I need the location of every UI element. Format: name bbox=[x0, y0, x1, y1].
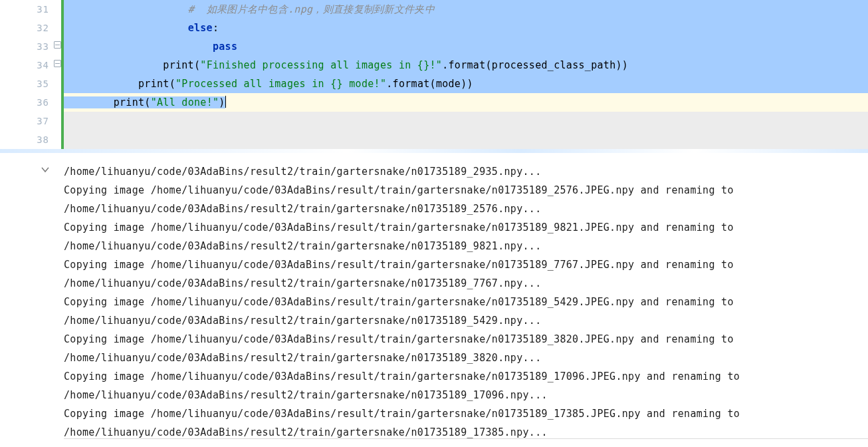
paren-close: ) bbox=[219, 96, 225, 108]
console-gutter bbox=[0, 153, 64, 439]
console-line: /home/lihuanyu/code/03AdaBins/result2/tr… bbox=[64, 200, 868, 218]
colon: : bbox=[213, 22, 219, 34]
paren-open: ( bbox=[169, 78, 175, 90]
horizontal-separator bbox=[0, 149, 868, 153]
console-line: Copying image /home/lihuanyu/code/03AdaB… bbox=[64, 330, 868, 349]
call-print: print bbox=[138, 78, 169, 90]
ide-window: 31 32 33 34 35 36 37 38 # 如果图片名中包含.npg，则… bbox=[0, 0, 868, 447]
string-literal: "Processed all images in {} mode!" bbox=[175, 78, 386, 90]
indent bbox=[64, 59, 163, 71]
console-line: /home/lihuanyu/code/03AdaBins/result2/tr… bbox=[64, 274, 868, 293]
call-print: print bbox=[114, 96, 145, 108]
fold-column bbox=[53, 0, 61, 149]
indent bbox=[64, 3, 188, 15]
call-print: print bbox=[163, 59, 194, 71]
console-line: Copying image /home/lihuanyu/code/03AdaB… bbox=[64, 255, 868, 274]
line-number: 32 bbox=[0, 19, 49, 37]
console-line: Copying image /home/lihuanyu/code/03AdaB… bbox=[64, 293, 868, 311]
line-number: 36 bbox=[0, 93, 49, 112]
console-line: /home/lihuanyu/code/03AdaBins/result2/tr… bbox=[64, 386, 868, 404]
keyword-else: else bbox=[188, 22, 213, 34]
code-line[interactable]: print("Finished processing all images in… bbox=[64, 56, 868, 74]
line-number: 38 bbox=[0, 130, 49, 149]
console-output[interactable]: /home/lihuanyu/code/03AdaBins/result2/tr… bbox=[64, 153, 868, 439]
indent bbox=[64, 22, 188, 34]
gutter: 31 32 33 34 35 36 37 38 bbox=[0, 0, 53, 149]
string-literal: "All done!" bbox=[151, 96, 219, 108]
line-number: 33 bbox=[0, 37, 49, 56]
code-rest: .format(processed_class_path)) bbox=[442, 59, 628, 71]
line-number: 37 bbox=[0, 112, 49, 130]
console-line: Copying image /home/lihuanyu/code/03AdaB… bbox=[64, 181, 868, 200]
console-line: /home/lihuanyu/code/03AdaBins/result2/tr… bbox=[64, 237, 868, 255]
string-literal: "Finished processing all images in {}!" bbox=[200, 59, 442, 71]
console-line: /home/lihuanyu/code/03AdaBins/result2/tr… bbox=[64, 349, 868, 367]
console-line: /home/lihuanyu/code/03AdaBins/result2/tr… bbox=[64, 423, 868, 442]
code-line-empty[interactable] bbox=[64, 112, 868, 130]
console-panel: /home/lihuanyu/code/03AdaBins/result2/tr… bbox=[0, 153, 868, 439]
indent bbox=[64, 96, 114, 108]
code-line[interactable]: else: bbox=[64, 19, 868, 37]
code-line[interactable]: pass bbox=[64, 37, 868, 56]
fold-toggle-icon[interactable] bbox=[54, 41, 61, 49]
code-area[interactable]: # 如果图片名中包含.npg，则直接复制到新文件夹中 else: pass pr… bbox=[64, 0, 868, 149]
code-line-current[interactable]: print("All done!") bbox=[64, 93, 868, 112]
console-line: Copying image /home/lihuanyu/code/03AdaB… bbox=[64, 367, 868, 386]
line-number: 31 bbox=[0, 0, 49, 19]
fold-toggle-icon[interactable] bbox=[54, 60, 61, 67]
indent bbox=[64, 78, 138, 90]
code-line[interactable]: print("Processed all images in {} mode!"… bbox=[64, 74, 868, 93]
keyword-pass: pass bbox=[213, 41, 237, 53]
paren-open: ( bbox=[144, 96, 150, 108]
code-line-empty[interactable] bbox=[64, 130, 868, 149]
chevron-down-icon[interactable] bbox=[41, 165, 49, 173]
paren-open: ( bbox=[194, 59, 200, 71]
console-line: /home/lihuanyu/code/03AdaBins/result2/tr… bbox=[64, 311, 868, 330]
code-rest: .format(mode)) bbox=[386, 78, 473, 90]
console-line: Copying image /home/lihuanyu/code/03AdaB… bbox=[64, 404, 868, 423]
code-editor[interactable]: 31 32 33 34 35 36 37 38 # 如果图片名中包含.npg，则… bbox=[0, 0, 868, 149]
code-line[interactable]: # 如果图片名中包含.npg，则直接复制到新文件夹中 bbox=[64, 0, 868, 19]
text-caret bbox=[225, 96, 226, 108]
indent bbox=[64, 41, 213, 53]
line-number: 34 bbox=[0, 56, 49, 74]
console-line: Copying image /home/lihuanyu/code/03AdaB… bbox=[64, 218, 868, 237]
console-line: /home/lihuanyu/code/03AdaBins/result2/tr… bbox=[64, 162, 868, 181]
line-number: 35 bbox=[0, 74, 49, 93]
comment-text: # 如果图片名中包含.npg，则直接复制到新文件夹中 bbox=[188, 3, 435, 15]
